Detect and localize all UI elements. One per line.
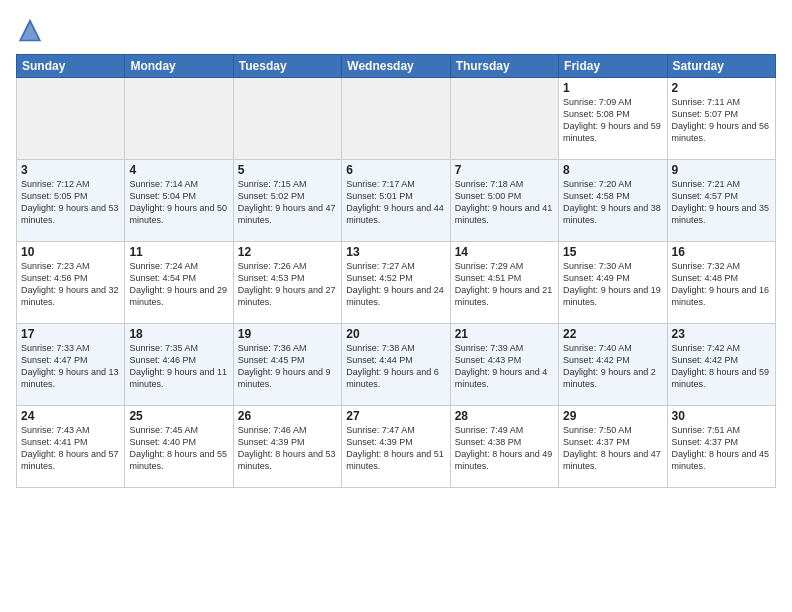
- calendar-cell: 26Sunrise: 7:46 AM Sunset: 4:39 PM Dayli…: [233, 406, 341, 488]
- logo: [16, 16, 48, 44]
- calendar-cell: 14Sunrise: 7:29 AM Sunset: 4:51 PM Dayli…: [450, 242, 558, 324]
- day-info: Sunrise: 7:38 AM Sunset: 4:44 PM Dayligh…: [346, 342, 445, 391]
- calendar-cell: 20Sunrise: 7:38 AM Sunset: 4:44 PM Dayli…: [342, 324, 450, 406]
- day-info: Sunrise: 7:35 AM Sunset: 4:46 PM Dayligh…: [129, 342, 228, 391]
- calendar-cell: 7Sunrise: 7:18 AM Sunset: 5:00 PM Daylig…: [450, 160, 558, 242]
- calendar-cell: 8Sunrise: 7:20 AM Sunset: 4:58 PM Daylig…: [559, 160, 667, 242]
- calendar-cell: 30Sunrise: 7:51 AM Sunset: 4:37 PM Dayli…: [667, 406, 775, 488]
- day-number: 19: [238, 327, 337, 341]
- day-number: 16: [672, 245, 771, 259]
- day-info: Sunrise: 7:29 AM Sunset: 4:51 PM Dayligh…: [455, 260, 554, 309]
- day-number: 22: [563, 327, 662, 341]
- day-number: 20: [346, 327, 445, 341]
- calendar-cell: [125, 78, 233, 160]
- calendar-cell: 15Sunrise: 7:30 AM Sunset: 4:49 PM Dayli…: [559, 242, 667, 324]
- day-number: 2: [672, 81, 771, 95]
- day-number: 4: [129, 163, 228, 177]
- calendar-table: SundayMondayTuesdayWednesdayThursdayFrid…: [16, 54, 776, 488]
- day-number: 8: [563, 163, 662, 177]
- day-info: Sunrise: 7:51 AM Sunset: 4:37 PM Dayligh…: [672, 424, 771, 473]
- calendar-cell: [233, 78, 341, 160]
- day-info: Sunrise: 7:43 AM Sunset: 4:41 PM Dayligh…: [21, 424, 120, 473]
- calendar-cell: 23Sunrise: 7:42 AM Sunset: 4:42 PM Dayli…: [667, 324, 775, 406]
- day-number: 30: [672, 409, 771, 423]
- day-info: Sunrise: 7:14 AM Sunset: 5:04 PM Dayligh…: [129, 178, 228, 227]
- day-info: Sunrise: 7:40 AM Sunset: 4:42 PM Dayligh…: [563, 342, 662, 391]
- day-number: 21: [455, 327, 554, 341]
- calendar-cell: 2Sunrise: 7:11 AM Sunset: 5:07 PM Daylig…: [667, 78, 775, 160]
- day-info: Sunrise: 7:33 AM Sunset: 4:47 PM Dayligh…: [21, 342, 120, 391]
- logo-icon: [16, 16, 44, 44]
- calendar-cell: 21Sunrise: 7:39 AM Sunset: 4:43 PM Dayli…: [450, 324, 558, 406]
- day-number: 9: [672, 163, 771, 177]
- day-number: 3: [21, 163, 120, 177]
- day-number: 15: [563, 245, 662, 259]
- calendar-cell: [342, 78, 450, 160]
- calendar-weekday-monday: Monday: [125, 55, 233, 78]
- day-number: 14: [455, 245, 554, 259]
- day-info: Sunrise: 7:17 AM Sunset: 5:01 PM Dayligh…: [346, 178, 445, 227]
- day-info: Sunrise: 7:09 AM Sunset: 5:08 PM Dayligh…: [563, 96, 662, 145]
- day-info: Sunrise: 7:50 AM Sunset: 4:37 PM Dayligh…: [563, 424, 662, 473]
- calendar-cell: 11Sunrise: 7:24 AM Sunset: 4:54 PM Dayli…: [125, 242, 233, 324]
- day-info: Sunrise: 7:21 AM Sunset: 4:57 PM Dayligh…: [672, 178, 771, 227]
- calendar-weekday-friday: Friday: [559, 55, 667, 78]
- calendar-cell: [17, 78, 125, 160]
- calendar-header-row: SundayMondayTuesdayWednesdayThursdayFrid…: [17, 55, 776, 78]
- day-info: Sunrise: 7:49 AM Sunset: 4:38 PM Dayligh…: [455, 424, 554, 473]
- header: [16, 16, 776, 44]
- calendar-weekday-tuesday: Tuesday: [233, 55, 341, 78]
- calendar-cell: 24Sunrise: 7:43 AM Sunset: 4:41 PM Dayli…: [17, 406, 125, 488]
- day-info: Sunrise: 7:36 AM Sunset: 4:45 PM Dayligh…: [238, 342, 337, 391]
- calendar-cell: 17Sunrise: 7:33 AM Sunset: 4:47 PM Dayli…: [17, 324, 125, 406]
- day-number: 7: [455, 163, 554, 177]
- day-number: 27: [346, 409, 445, 423]
- page-container: SundayMondayTuesdayWednesdayThursdayFrid…: [0, 0, 792, 612]
- calendar-cell: 29Sunrise: 7:50 AM Sunset: 4:37 PM Dayli…: [559, 406, 667, 488]
- day-number: 10: [21, 245, 120, 259]
- day-number: 23: [672, 327, 771, 341]
- calendar-weekday-sunday: Sunday: [17, 55, 125, 78]
- day-info: Sunrise: 7:23 AM Sunset: 4:56 PM Dayligh…: [21, 260, 120, 309]
- calendar-weekday-wednesday: Wednesday: [342, 55, 450, 78]
- day-number: 29: [563, 409, 662, 423]
- day-info: Sunrise: 7:26 AM Sunset: 4:53 PM Dayligh…: [238, 260, 337, 309]
- day-number: 26: [238, 409, 337, 423]
- day-info: Sunrise: 7:27 AM Sunset: 4:52 PM Dayligh…: [346, 260, 445, 309]
- day-info: Sunrise: 7:47 AM Sunset: 4:39 PM Dayligh…: [346, 424, 445, 473]
- calendar-week-3: 10Sunrise: 7:23 AM Sunset: 4:56 PM Dayli…: [17, 242, 776, 324]
- day-number: 11: [129, 245, 228, 259]
- calendar-cell: 19Sunrise: 7:36 AM Sunset: 4:45 PM Dayli…: [233, 324, 341, 406]
- day-info: Sunrise: 7:42 AM Sunset: 4:42 PM Dayligh…: [672, 342, 771, 391]
- calendar-cell: 28Sunrise: 7:49 AM Sunset: 4:38 PM Dayli…: [450, 406, 558, 488]
- day-info: Sunrise: 7:15 AM Sunset: 5:02 PM Dayligh…: [238, 178, 337, 227]
- day-number: 13: [346, 245, 445, 259]
- calendar-weekday-thursday: Thursday: [450, 55, 558, 78]
- calendar-cell: 3Sunrise: 7:12 AM Sunset: 5:05 PM Daylig…: [17, 160, 125, 242]
- calendar-week-5: 24Sunrise: 7:43 AM Sunset: 4:41 PM Dayli…: [17, 406, 776, 488]
- calendar-week-1: 1Sunrise: 7:09 AM Sunset: 5:08 PM Daylig…: [17, 78, 776, 160]
- day-info: Sunrise: 7:30 AM Sunset: 4:49 PM Dayligh…: [563, 260, 662, 309]
- calendar-cell: 6Sunrise: 7:17 AM Sunset: 5:01 PM Daylig…: [342, 160, 450, 242]
- calendar-cell: 25Sunrise: 7:45 AM Sunset: 4:40 PM Dayli…: [125, 406, 233, 488]
- day-info: Sunrise: 7:46 AM Sunset: 4:39 PM Dayligh…: [238, 424, 337, 473]
- calendar-cell: 10Sunrise: 7:23 AM Sunset: 4:56 PM Dayli…: [17, 242, 125, 324]
- day-info: Sunrise: 7:12 AM Sunset: 5:05 PM Dayligh…: [21, 178, 120, 227]
- calendar-week-2: 3Sunrise: 7:12 AM Sunset: 5:05 PM Daylig…: [17, 160, 776, 242]
- day-number: 5: [238, 163, 337, 177]
- day-number: 12: [238, 245, 337, 259]
- day-number: 17: [21, 327, 120, 341]
- day-number: 18: [129, 327, 228, 341]
- calendar-cell: 9Sunrise: 7:21 AM Sunset: 4:57 PM Daylig…: [667, 160, 775, 242]
- calendar-cell: 1Sunrise: 7:09 AM Sunset: 5:08 PM Daylig…: [559, 78, 667, 160]
- calendar-cell: 22Sunrise: 7:40 AM Sunset: 4:42 PM Dayli…: [559, 324, 667, 406]
- day-number: 25: [129, 409, 228, 423]
- calendar-cell: 18Sunrise: 7:35 AM Sunset: 4:46 PM Dayli…: [125, 324, 233, 406]
- calendar-cell: 16Sunrise: 7:32 AM Sunset: 4:48 PM Dayli…: [667, 242, 775, 324]
- day-info: Sunrise: 7:11 AM Sunset: 5:07 PM Dayligh…: [672, 96, 771, 145]
- day-number: 28: [455, 409, 554, 423]
- day-info: Sunrise: 7:39 AM Sunset: 4:43 PM Dayligh…: [455, 342, 554, 391]
- day-number: 6: [346, 163, 445, 177]
- day-info: Sunrise: 7:24 AM Sunset: 4:54 PM Dayligh…: [129, 260, 228, 309]
- day-info: Sunrise: 7:32 AM Sunset: 4:48 PM Dayligh…: [672, 260, 771, 309]
